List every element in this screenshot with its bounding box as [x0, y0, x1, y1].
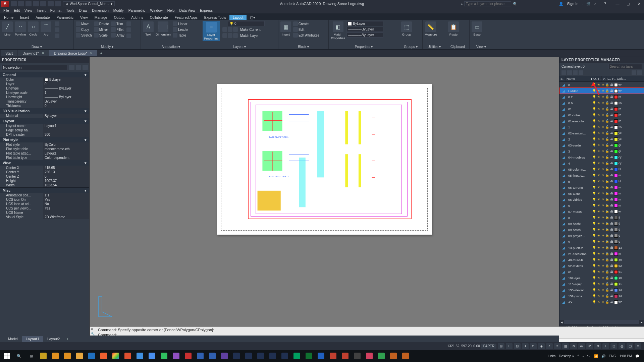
layer-row[interactable]: ◢0.2💡☀☀🔓🖶re: [559, 94, 644, 100]
lineweight-toggle[interactable]: ≡: [554, 343, 561, 349]
ribbon-tab-home[interactable]: Home: [1, 15, 17, 20]
props-section-header[interactable]: General▾: [0, 72, 89, 77]
app-icon[interactable]: [219, 351, 230, 361]
qat-saveas-icon[interactable]: [33, 1, 39, 6]
annotation-monitor[interactable]: +: [602, 343, 609, 349]
app-icon[interactable]: [339, 351, 351, 361]
paste-button[interactable]: 📋Paste: [447, 21, 460, 37]
grid-toggle[interactable]: ⊞: [498, 343, 504, 349]
trim-button[interactable]: Trim: [110, 21, 125, 26]
app-icon[interactable]: [146, 351, 158, 361]
property-row[interactable]: UCS icon OnYes: [0, 197, 89, 202]
set-current-icon[interactable]: [579, 70, 583, 75]
property-row[interactable]: Page setup na...: [0, 128, 89, 132]
col-lock[interactable]: L..: [606, 76, 611, 81]
layer-row[interactable]: ◢40-muro-b...💡☀☀🔓🖶40: [559, 257, 644, 263]
ribbon-tab-parametric[interactable]: Parametric: [53, 15, 77, 20]
fillet-button[interactable]: Fillet: [110, 27, 125, 32]
menu-tools[interactable]: Tools: [66, 8, 74, 12]
make-current-button[interactable]: Make Current: [222, 27, 265, 32]
ribbon-tab-expresstools[interactable]: Express Tools: [201, 15, 229, 20]
tool-icon[interactable]: [54, 27, 60, 33]
layer-row[interactable]: ◢5💡☀☀🔓🖶bl: [559, 178, 644, 184]
app-icon[interactable]: [134, 351, 146, 361]
property-row[interactable]: UCS per viewp...Yes: [0, 206, 89, 210]
space-button[interactable]: PAPER: [481, 344, 496, 349]
lmgr-scrollbar[interactable]: ◂▸: [559, 320, 644, 324]
menu-dimension[interactable]: Dimension: [92, 8, 109, 12]
app-icon[interactable]: [170, 351, 182, 361]
menu-modify[interactable]: Modify: [113, 8, 124, 12]
app-icon[interactable]: [279, 351, 290, 361]
signin-link[interactable]: Sign In: [567, 2, 578, 6]
layer-row[interactable]: ◢9💡☀☀🔓🖶9: [559, 239, 644, 245]
layer-row[interactable]: ◢01-cotas💡☀☀🔓🖶re: [559, 112, 644, 118]
help-icon[interactable]: ?: [604, 2, 606, 6]
col-sort[interactable]: ▲: [589, 76, 592, 81]
layer-row[interactable]: ◢0.6💡☀☀🔓🖶25: [559, 100, 644, 106]
tray-icon[interactable]: 📶: [594, 354, 598, 358]
layer-row[interactable]: ◢0💡☀☀🔓🖶wh: [559, 82, 644, 88]
col-vp[interactable]: V..: [602, 76, 606, 81]
copy-button[interactable]: Copy: [75, 27, 93, 32]
tool-icon[interactable]: [54, 21, 60, 26]
stretch-button[interactable]: Stretch: [75, 33, 93, 38]
ribbon-tab-output[interactable]: Output: [111, 15, 128, 20]
layer-row[interactable]: ◢4💡☀☀🔓🖶cy: [559, 160, 644, 166]
app-icon[interactable]: [364, 351, 375, 361]
tray-icon[interactable]: ▵: [582, 354, 584, 358]
panel-label-annotation[interactable]: Annotation ▾: [142, 45, 200, 49]
minimize-button[interactable]: —: [614, 1, 621, 6]
property-row[interactable]: Layout nameLayout1: [0, 124, 89, 128]
layer-row[interactable]: ◢3💡☀☀🔓🖶gr: [559, 148, 644, 154]
tool-icon[interactable]: [126, 27, 132, 33]
col-name[interactable]: Name: [566, 76, 589, 81]
ribbon-tab-layout[interactable]: Layout: [229, 15, 247, 20]
qat-open-icon[interactable]: [18, 1, 24, 6]
3dosnap-toggle[interactable]: ◈: [538, 343, 545, 349]
panel-label-groups[interactable]: Groups ▾: [400, 45, 421, 49]
layer-row[interactable]: ◢132-pisos💡☀☀🔓🖶13: [559, 293, 644, 299]
app-icon[interactable]: [122, 351, 133, 361]
layer-tool-icon[interactable]: [222, 21, 223, 26]
settings-icon[interactable]: [637, 70, 642, 75]
edit-attributes-button[interactable]: Edit Attributes: [292, 33, 320, 38]
layer-row[interactable]: ◢8💡☀☀🔓🖶8: [559, 215, 644, 221]
mirror-button[interactable]: Mirror: [93, 27, 110, 32]
linear-button[interactable]: Linear: [172, 21, 189, 26]
new-doc-button[interactable]: +: [98, 50, 105, 56]
layer-tool-icon[interactable]: [224, 21, 225, 26]
app-icon[interactable]: [158, 351, 170, 361]
layer-row[interactable]: ◢AX💡☀☀🔓🖶wh: [559, 299, 644, 305]
base-view-button[interactable]: ▭Base: [471, 21, 483, 37]
property-row[interactable]: Width1823.54: [0, 183, 89, 187]
property-row[interactable]: Center Y256.13: [0, 170, 89, 174]
tray-notifications-icon[interactable]: 💬: [635, 354, 639, 358]
panel-label-view[interactable]: View ▾: [471, 45, 491, 49]
add-layout-button[interactable]: +: [64, 336, 71, 342]
layer-combo[interactable]: 💡 0: [228, 21, 265, 26]
panel-label-draw[interactable]: Draw ▾: [1, 45, 72, 49]
app-icon[interactable]: [267, 351, 278, 361]
property-row[interactable]: Plot styleByColor: [0, 142, 89, 147]
ribbon-tab-collaborate[interactable]: Collaborate: [147, 15, 171, 20]
layer-row[interactable]: ◢113-equip...💡☀☀🔓🖶11: [559, 281, 644, 287]
close-icon[interactable]: ✕: [90, 51, 93, 55]
user-icon[interactable]: 👤: [559, 2, 564, 6]
layer-row[interactable]: ◢06-vidrios💡☀☀🔓🖶m: [559, 196, 644, 202]
tool-icon[interactable]: [54, 33, 60, 39]
restore-button[interactable]: ▢: [625, 1, 632, 6]
layer-row[interactable]: ◢02-sanitari...💡☀☀🔓🖶ye: [559, 130, 644, 136]
close-icon[interactable]: ✕: [42, 51, 44, 55]
app-icon[interactable]: [388, 351, 399, 361]
layer-row[interactable]: ◢06-terreno💡☀☀🔓🖶m: [559, 184, 644, 190]
col-freeze[interactable]: F..: [597, 76, 602, 81]
qat-plot-icon[interactable]: [40, 1, 46, 6]
property-row[interactable]: Height1007.37: [0, 179, 89, 183]
workspace-toggle[interactable]: ⚙: [594, 343, 601, 349]
color-combo[interactable]: ByLayer: [346, 21, 383, 26]
layer-row[interactable]: ◢06-texto💡☀☀🔓🖶m: [559, 190, 644, 196]
layer-row[interactable]: ◢52-textitos💡☀☀🔓🖶52: [559, 263, 644, 269]
tool-icon[interactable]: [126, 33, 132, 39]
app-icon[interactable]: [255, 351, 266, 361]
